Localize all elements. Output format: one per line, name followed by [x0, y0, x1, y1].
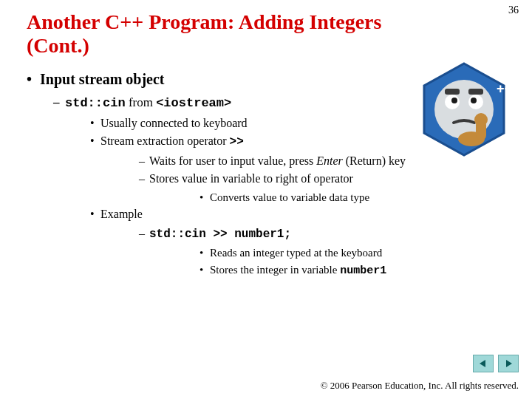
code-text: >> [230, 135, 244, 149]
text: Stream extraction operator [100, 134, 230, 147]
bullet-lvl5: Reads an integer typed at the keyboard [149, 245, 510, 262]
text: Waits for user to input value, press [149, 154, 316, 167]
bullet-lvl1: Input stream object std::cin from <iostr… [27, 68, 510, 279]
text: Reads an integer typed at the keyboard [210, 247, 382, 259]
text: Example [100, 208, 143, 220]
bullet-lvl3: Usually connected to keyboard [65, 115, 510, 132]
bullet-lvl4: Stores value in variable to right of ope… [100, 170, 510, 206]
bullet-lvl4: Waits for user to input value, press Ent… [100, 152, 510, 170]
text: Stores the integer in variable [210, 264, 340, 276]
next-button[interactable] [498, 355, 519, 372]
code-text: number1 [340, 265, 386, 277]
text: (Return) key [343, 154, 406, 167]
code-text: std::cin [65, 96, 126, 110]
svg-marker-13 [506, 360, 512, 367]
text: from [126, 95, 157, 109]
slide-title: Another C++ Program: Adding Integers (Co… [0, 0, 433, 62]
content-area: Input stream object std::cin from <iostr… [0, 62, 532, 279]
bullet-lvl4: std::cin >> number1; Reads an integer ty… [100, 225, 510, 279]
triangle-right-icon [504, 359, 513, 368]
text: Stores value in variable to right of ope… [149, 172, 353, 185]
page-number: 36 [508, 4, 519, 16]
nav-controls [473, 355, 519, 372]
copyright-footer: © 2006 Pearson Education, Inc. All right… [321, 380, 519, 392]
bullet-lvl2: std::cin from <iostream> Usually connect… [40, 93, 510, 279]
prev-button[interactable] [473, 355, 494, 372]
bullet-lvl5: Converts value to variable data type [149, 189, 510, 206]
heading-text: Input stream object [40, 71, 165, 87]
bullet-lvl3: Stream extraction operator >> Waits for … [65, 132, 510, 206]
text: Converts value to variable data type [210, 191, 369, 203]
bullet-lvl5: Stores the integer in variable number1 [149, 262, 510, 280]
bullet-lvl3: Example std::cin >> number1; Reads an in… [65, 205, 510, 279]
code-text: <iostream> [156, 96, 231, 110]
triangle-left-icon [479, 359, 488, 368]
code-text: std::cin >> number1; [149, 228, 291, 241]
svg-marker-12 [480, 360, 485, 367]
text: Usually connected to keyboard [100, 117, 248, 129]
emphasis-text: Enter [316, 154, 343, 167]
